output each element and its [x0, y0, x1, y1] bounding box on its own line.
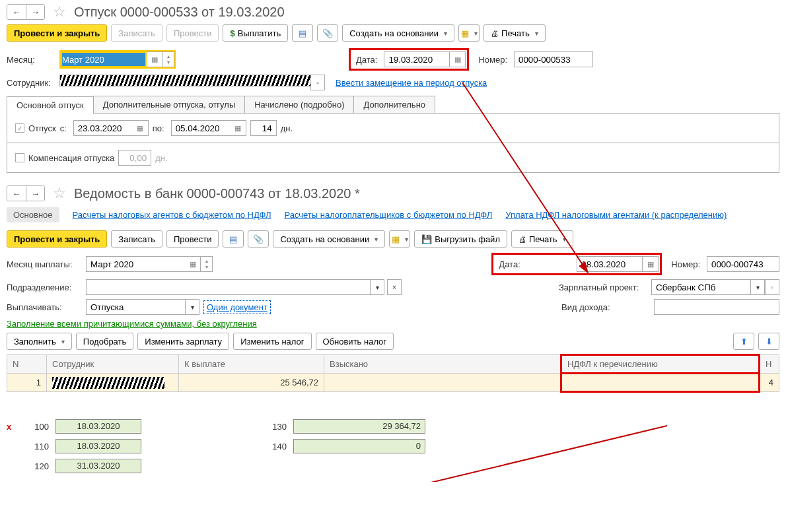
tab-main-vacation[interactable]: Основной отпуск [7, 96, 94, 114]
change-tax-button[interactable]: Изменить налог [233, 333, 311, 350]
number-label: Номер: [478, 55, 507, 65]
col-employee[interactable]: Сотрудник [47, 355, 179, 374]
tab-extra-vacation[interactable]: Дополнительные отпуска, отгулы [93, 96, 246, 113]
save-button-2[interactable]: Записать [111, 230, 162, 248]
tab-accrued[interactable]: Начислено (подробно) [244, 96, 354, 113]
linkbar-l3[interactable]: Уплата НДФЛ налоговыми агентами (к распр… [505, 210, 727, 220]
doc2-date-highlight: Дата: ▦ [491, 253, 662, 275]
doc2-date-input[interactable] [577, 256, 643, 272]
vacation-check-label: Отпуск [28, 123, 56, 133]
tax-140-value[interactable]: 0 [293, 439, 425, 453]
tab-additional[interactable]: Дополнительно [353, 96, 435, 113]
from-date-input[interactable] [73, 120, 133, 136]
tax-form: x10018.03.2020 11018.03.2020 12031.03.20… [7, 419, 779, 479]
pay-type-select[interactable]: ▾ [185, 299, 199, 315]
nav-forward-button[interactable]: → [26, 5, 44, 19]
nav-back-button[interactable]: ← [7, 5, 26, 19]
tax-110-value[interactable]: 18.03.2020 [55, 439, 141, 453]
compensation-label: Компенсация отпуска [28, 153, 114, 163]
table-row[interactable]: 1 25 546,72 4 [7, 374, 779, 392]
employee-open-button[interactable]: ▫ [310, 75, 325, 90]
post-and-close-button-2[interactable]: Провести и закрыть [7, 230, 107, 248]
fill-settings-link[interactable]: Заполнение всеми причитающимися суммами,… [7, 319, 257, 329]
attach-icon-button[interactable]: 📎 [317, 24, 338, 42]
doc2-title: Ведомость в банк 0000-000743 от 18.03.20… [74, 186, 360, 201]
payout-table: N Сотрудник К выплате Взыскано НДФЛ к пе… [7, 354, 779, 393]
nav-forward-button[interactable]: → [26, 186, 44, 201]
calendar-icon[interactable]: ▦ [185, 256, 201, 272]
employee-input[interactable] [59, 75, 310, 86]
month-label: Месяц: [7, 55, 53, 65]
create-based-button[interactable]: Создать на основании [342, 24, 454, 42]
project-select-button[interactable]: ▾ [750, 279, 765, 295]
change-salary-button[interactable]: Изменить зарплату [137, 333, 229, 350]
pick-button[interactable]: Подобрать [76, 333, 133, 350]
pay-label: Выплачивать: [7, 302, 79, 312]
to-date-input[interactable] [171, 120, 231, 136]
update-tax-button[interactable]: Обновить налог [316, 333, 394, 350]
vacation-checkbox[interactable]: ✓ [15, 123, 24, 133]
pay-button[interactable]: $Выплатить [223, 24, 288, 42]
month-input[interactable]: Март 2020 [61, 51, 147, 67]
tax-120-value[interactable]: 31.03.2020 [55, 459, 141, 473]
days-input[interactable] [250, 120, 277, 136]
col-n[interactable]: N [7, 355, 47, 374]
one-document-link[interactable]: Один документ [203, 300, 271, 314]
dept-clear-button[interactable]: × [387, 279, 402, 295]
post-button[interactable]: Провести [166, 24, 219, 42]
nav-back-button[interactable]: ← [7, 186, 26, 201]
compensation-checkbox[interactable] [15, 153, 24, 162]
nav-group-2: ← → [7, 185, 45, 201]
delete-icon[interactable]: x [7, 422, 16, 432]
print-button[interactable]: Печать [483, 24, 546, 42]
substitution-link[interactable]: Ввести замещение на период отпуска [336, 78, 487, 88]
calendar-icon[interactable]: ▦ [147, 51, 162, 67]
move-up-button[interactable]: ⬆ [733, 333, 754, 350]
month-spin[interactable]: ▴▾ [201, 256, 213, 272]
dept-select-button[interactable]: ▾ [370, 279, 384, 295]
pay-type-input[interactable] [86, 299, 185, 315]
report-icon-button[interactable]: ▦ [458, 24, 480, 42]
list-icon-button[interactable]: ▤ [292, 24, 313, 42]
post-button-2[interactable]: Провести [166, 230, 219, 248]
linkbar-l1[interactable]: Расчеты налоговых агентов с бюджетом по … [73, 210, 271, 220]
save-button[interactable]: Записать [111, 24, 162, 42]
attach-icon-button[interactable]: 📎 [248, 230, 269, 248]
report-icon-button[interactable]: ▦ [389, 230, 410, 248]
print-button-2[interactable]: Печать [511, 230, 573, 248]
compensation-input[interactable] [118, 150, 151, 166]
favorite-icon[interactable]: ☆ [53, 3, 66, 20]
col-pay[interactable]: К выплате [179, 355, 324, 374]
col-levied[interactable]: Взыскано [324, 355, 561, 374]
doc1-date-input[interactable] [384, 51, 450, 67]
col-ndfl[interactable]: НДФЛ к перечислению [561, 355, 760, 374]
month-spin[interactable]: ▴▾ [162, 51, 174, 67]
export-file-button[interactable]: 💾Выгрузить файл [414, 230, 507, 248]
doc1-number-input[interactable] [514, 51, 593, 67]
tax-100-value[interactable]: 18.03.2020 [55, 419, 141, 434]
doc2-number-input[interactable] [707, 256, 779, 272]
date-highlight-box: Дата: ▦ [349, 48, 469, 71]
printer-icon [491, 28, 499, 38]
fill-button[interactable]: Заполнить [7, 333, 72, 350]
calendar-icon[interactable]: ▦ [450, 51, 466, 67]
date-label: Дата: [352, 55, 381, 65]
ndfl-cell [561, 374, 760, 392]
dept-input[interactable] [86, 279, 370, 295]
post-and-close-button[interactable]: Провести и закрыть [7, 24, 107, 42]
employee-cell [52, 377, 164, 389]
pay-month-input[interactable] [86, 256, 185, 272]
col-last[interactable]: Н [760, 355, 779, 374]
employee-label: Сотрудник: [7, 78, 53, 88]
project-open-button[interactable]: ▫ [765, 279, 779, 295]
list-icon-button[interactable]: ▤ [223, 230, 244, 248]
favorite-icon[interactable]: ☆ [53, 185, 66, 202]
income-input[interactable] [654, 299, 779, 315]
linkbar-main[interactable]: Основное [7, 207, 59, 222]
move-down-button[interactable]: ⬇ [758, 333, 779, 350]
linkbar-l2[interactable]: Расчеты налогоплательщиков с бюджетом по… [284, 210, 492, 220]
create-based-button-2[interactable]: Создать на основании [273, 230, 385, 248]
project-input[interactable] [651, 279, 750, 295]
tax-130-value[interactable]: 29 364,72 [293, 419, 425, 434]
calendar-icon[interactable]: ▦ [643, 256, 659, 272]
